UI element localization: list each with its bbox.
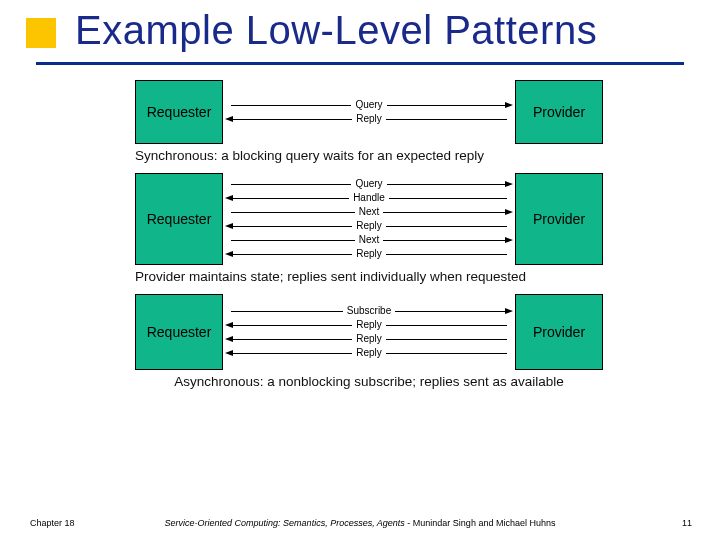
pattern: RequesterQueryReplyProviderSynchronous: … xyxy=(135,80,603,163)
footer-book: Service-Oriented Computing: Semantics, P… xyxy=(0,518,720,528)
message-label: Reply xyxy=(352,319,386,331)
message-label: Reply xyxy=(352,220,386,232)
arrow-left-icon xyxy=(225,223,233,229)
message-label: Next xyxy=(355,206,384,218)
message-label: Reply xyxy=(352,333,386,345)
message-label: Query xyxy=(351,99,386,111)
slide-title: Example Low-Level Patterns xyxy=(75,8,597,53)
message-arrow: Next xyxy=(223,233,515,247)
pattern-caption: Asynchronous: a nonblocking subscribe; r… xyxy=(135,374,603,389)
message-label: Query xyxy=(351,178,386,190)
arrow-left-icon xyxy=(225,195,233,201)
pattern-row: RequesterSubscribeReplyReplyReplyProvide… xyxy=(135,294,603,370)
message-label: Reply xyxy=(352,248,386,260)
title-bullet xyxy=(26,18,56,48)
footer-page: 11 xyxy=(682,518,692,528)
requester-node: Requester xyxy=(135,294,223,370)
message-arrow: Reply xyxy=(223,219,515,233)
message-arrow: Reply xyxy=(223,332,515,346)
title-underline xyxy=(36,62,684,65)
arrow-right-icon xyxy=(505,209,513,215)
message-arrow: Reply xyxy=(223,346,515,360)
arrow-left-icon xyxy=(225,336,233,342)
arrow-left-icon xyxy=(225,116,233,122)
message-label: Subscribe xyxy=(343,305,395,317)
message-column: QueryReply xyxy=(223,80,515,144)
message-column: SubscribeReplyReplyReply xyxy=(223,294,515,370)
message-column: QueryHandleNextReplyNextReply xyxy=(223,173,515,265)
diagram-area: RequesterQueryReplyProviderSynchronous: … xyxy=(135,80,603,399)
footer-authors: - Munindar Singh and Michael Huhns xyxy=(405,518,556,528)
message-label: Handle xyxy=(349,192,389,204)
footer-book-title: Service-Oriented Computing: Semantics, P… xyxy=(165,518,405,528)
provider-node: Provider xyxy=(515,294,603,370)
message-arrow: Reply xyxy=(223,112,515,126)
pattern-row: RequesterQueryHandleNextReplyNextReplyPr… xyxy=(135,173,603,265)
arrow-left-icon xyxy=(225,251,233,257)
message-arrow: Reply xyxy=(223,247,515,261)
arrow-right-icon xyxy=(505,237,513,243)
message-arrow: Query xyxy=(223,177,515,191)
message-label: Next xyxy=(355,234,384,246)
pattern-caption: Synchronous: a blocking query waits for … xyxy=(135,148,603,163)
provider-node: Provider xyxy=(515,80,603,144)
message-arrow: Handle xyxy=(223,191,515,205)
message-arrow: Reply xyxy=(223,318,515,332)
arrow-right-icon xyxy=(505,308,513,314)
pattern-caption: Provider maintains state; replies sent i… xyxy=(135,269,603,284)
pattern-row: RequesterQueryReplyProvider xyxy=(135,80,603,144)
message-label: Reply xyxy=(352,113,386,125)
arrow-right-icon xyxy=(505,102,513,108)
pattern: RequesterQueryHandleNextReplyNextReplyPr… xyxy=(135,173,603,284)
requester-node: Requester xyxy=(135,80,223,144)
provider-node: Provider xyxy=(515,173,603,265)
message-label: Reply xyxy=(352,347,386,359)
arrow-right-icon xyxy=(505,181,513,187)
requester-node: Requester xyxy=(135,173,223,265)
pattern: RequesterSubscribeReplyReplyReplyProvide… xyxy=(135,294,603,389)
arrow-left-icon xyxy=(225,350,233,356)
message-arrow: Query xyxy=(223,98,515,112)
arrow-left-icon xyxy=(225,322,233,328)
message-arrow: Subscribe xyxy=(223,304,515,318)
message-arrow: Next xyxy=(223,205,515,219)
